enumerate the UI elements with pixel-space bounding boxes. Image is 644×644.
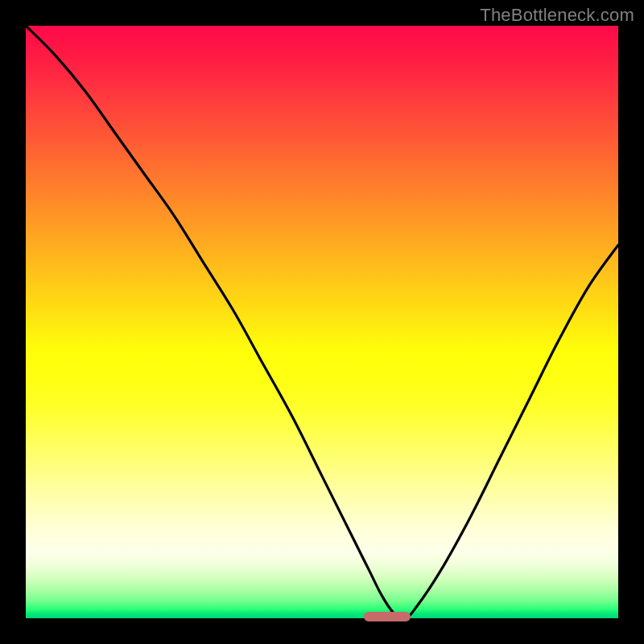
chart-container: TheBottleneck.com	[0, 0, 644, 644]
optimal-range-marker	[364, 612, 411, 621]
watermark-text: TheBottleneck.com	[480, 5, 634, 26]
curve-layer	[26, 26, 618, 618]
bottleneck-curve	[26, 26, 618, 618]
plot-area	[26, 26, 618, 618]
